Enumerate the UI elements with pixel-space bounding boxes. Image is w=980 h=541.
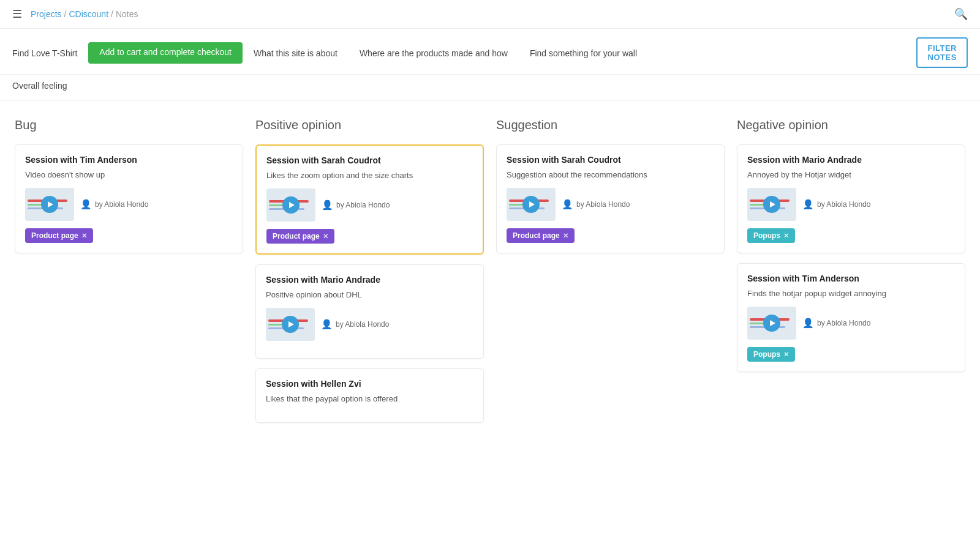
note-author: 👤 by Abiola Hondo — [321, 319, 389, 330]
note-author: 👤 by Abiola Hondo — [322, 200, 390, 211]
author-name: by Abiola Hondo — [817, 319, 870, 327]
breadcrumb-notes: Notes — [116, 9, 138, 19]
tab-add-to-cart[interactable]: Add to cart and complete checkout — [88, 42, 243, 64]
note-card: Session with Tim Anderson Video doesn't … — [15, 144, 243, 253]
note-title: Session with Mario Andrade — [266, 275, 473, 285]
note-author: 👤 by Abiola Hondo — [802, 318, 870, 329]
user-icon: 👤 — [562, 199, 573, 210]
author-name: by Abiola Hondo — [817, 200, 870, 209]
note-body: Suggestion about the recommendations — [507, 170, 714, 181]
note-card: Session with Tim Anderson Finds the hotj… — [737, 263, 965, 372]
breadcrumb-cdiscount[interactable]: CDiscount — [69, 9, 108, 19]
user-icon: 👤 — [322, 200, 333, 211]
main-content: Bug Session with Tim Anderson Video does… — [0, 101, 980, 450]
top-bar: ☰ Projects / CDiscount / Notes 🔍 — [0, 0, 980, 29]
column-positive-header: Positive opinion — [255, 118, 484, 132]
note-card: Session with Sarah Coudrot Likes the zoo… — [255, 144, 484, 255]
user-icon: 👤 — [321, 319, 333, 330]
tag-popups[interactable]: Popups ✕ — [747, 228, 795, 243]
column-suggestion: Suggestion Session with Sarah Coudrot Su… — [496, 118, 725, 433]
tab-what-site-about[interactable]: What this site is about — [243, 43, 349, 69]
tag-remove-icon[interactable]: ✕ — [81, 232, 87, 240]
column-negative-header: Negative opinion — [737, 118, 965, 132]
video-thumbnail[interactable] — [266, 308, 315, 341]
tab-overall-feeling[interactable]: Overall feeling — [12, 75, 67, 101]
note-title: Session with Hellen Zvi — [266, 379, 473, 389]
task-nav: Find Love T-Shirt Add to cart and comple… — [0, 29, 980, 75]
note-media: 👤 by Abiola Hondo — [266, 308, 473, 341]
task-nav-row2: Overall feeling — [0, 75, 980, 101]
note-card: Session with Hellen Zvi Likes that the p… — [255, 368, 484, 422]
note-card: Session with Mario Andrade Annoyed by th… — [737, 144, 965, 253]
author-name: by Abiola Hondo — [576, 200, 630, 209]
note-author: 👤 by Abiola Hondo — [562, 199, 630, 210]
note-media: 👤 by Abiola Hondo — [266, 188, 473, 222]
user-icon: 👤 — [802, 199, 814, 210]
author-name: by Abiola Hondo — [336, 201, 390, 209]
play-icon[interactable] — [41, 196, 58, 213]
tag-label: Popups — [753, 350, 780, 359]
tag-product-page[interactable]: Product page ✕ — [507, 228, 575, 243]
breadcrumb-sep1: / — [64, 9, 67, 19]
column-positive: Positive opinion Session with Sarah Coud… — [255, 118, 484, 433]
tag-product-page[interactable]: Product page ✕ — [266, 229, 334, 244]
note-author: 👤 by Abiola Hondo — [802, 199, 870, 210]
note-title: Session with Sarah Coudrot — [507, 155, 714, 165]
filter-notes-button[interactable]: FILTERNOTES — [916, 37, 968, 68]
note-tag: Popups ✕ — [747, 347, 955, 362]
video-thumbnail[interactable] — [266, 188, 315, 222]
note-tag: Product page ✕ — [25, 228, 233, 243]
note-body: Annoyed by the Hotjar widget — [747, 170, 955, 181]
note-body: Positive opinion about DHL — [266, 289, 473, 300]
tag-remove-icon[interactable]: ✕ — [563, 232, 568, 240]
note-author: 👤 by Abiola Hondo — [80, 199, 148, 210]
author-name: by Abiola Hondo — [95, 200, 148, 209]
note-card: Session with Sarah Coudrot Suggestion ab… — [496, 144, 725, 253]
note-media: 👤 by Abiola Hondo — [747, 307, 955, 340]
tag-popups[interactable]: Popups ✕ — [747, 347, 795, 362]
breadcrumb-sep2: / — [111, 9, 113, 19]
tab-find-wall[interactable]: Find something for your wall — [519, 43, 648, 69]
note-body: Likes the zoom option and the size chart… — [266, 170, 473, 181]
play-icon[interactable] — [282, 196, 300, 214]
tag-remove-icon[interactable]: ✕ — [323, 233, 328, 241]
play-icon[interactable] — [522, 196, 540, 213]
note-title: Session with Mario Andrade — [747, 155, 955, 165]
note-media: 👤 by Abiola Hondo — [25, 188, 233, 221]
tag-label: Product page — [513, 231, 560, 240]
column-suggestion-header: Suggestion — [496, 118, 725, 132]
user-icon: 👤 — [802, 318, 814, 329]
note-tag: Product page ✕ — [266, 229, 473, 244]
note-title: Session with Tim Anderson — [25, 155, 233, 165]
tag-remove-icon[interactable]: ✕ — [783, 351, 789, 359]
note-body: Video doesn't show up — [25, 170, 233, 181]
breadcrumb: Projects / CDiscount / Notes — [31, 9, 138, 19]
note-card: Session with Mario Andrade Positive opin… — [255, 264, 484, 359]
note-title: Session with Sarah Coudrot — [266, 155, 473, 165]
hamburger-icon[interactable]: ☰ — [12, 7, 22, 21]
breadcrumb-projects[interactable]: Projects — [31, 9, 62, 19]
author-name: by Abiola Hondo — [336, 320, 389, 329]
tag-product-page[interactable]: Product page ✕ — [25, 228, 93, 243]
play-icon[interactable] — [763, 196, 780, 213]
video-thumbnail[interactable] — [747, 307, 796, 340]
tag-remove-icon[interactable]: ✕ — [783, 232, 789, 240]
tag-label: Popups — [753, 231, 780, 240]
note-media: 👤 by Abiola Hondo — [747, 188, 955, 221]
note-body: Likes that the paypal option is offered — [266, 394, 473, 405]
tab-where-products-made[interactable]: Where are the products made and how — [349, 43, 519, 69]
tab-find-love-tshirt[interactable]: Find Love T-Shirt — [12, 43, 88, 69]
note-tag: Product page ✕ — [507, 228, 714, 243]
note-tag: Popups ✕ — [747, 228, 955, 243]
tag-label: Product page — [273, 232, 320, 241]
video-thumbnail[interactable] — [25, 188, 74, 221]
search-button[interactable]: 🔍 — [954, 7, 968, 21]
video-thumbnail[interactable] — [507, 188, 556, 221]
tag-label: Product page — [31, 231, 78, 240]
note-title: Session with Tim Anderson — [747, 274, 955, 283]
search-icon: 🔍 — [954, 8, 968, 20]
column-bug: Bug Session with Tim Anderson Video does… — [15, 118, 243, 433]
video-thumbnail[interactable] — [747, 188, 796, 221]
note-media: 👤 by Abiola Hondo — [507, 188, 714, 221]
column-negative: Negative opinion Session with Mario Andr… — [737, 118, 965, 433]
